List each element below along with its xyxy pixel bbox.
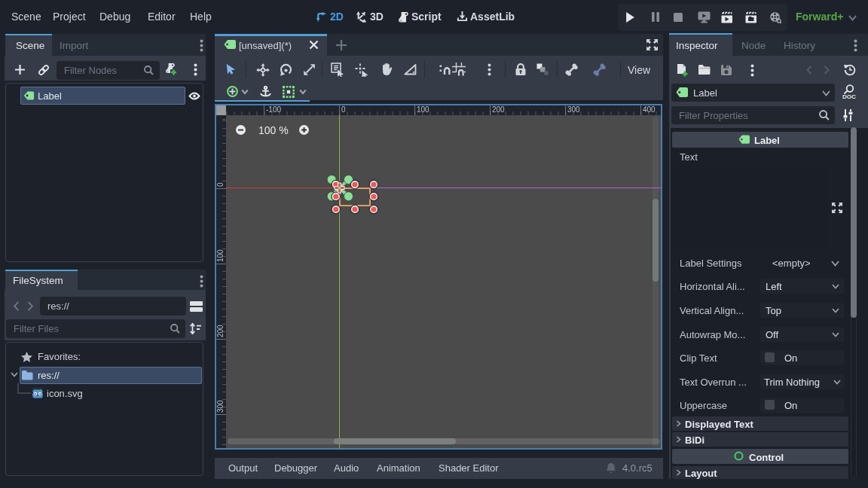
svg-text:DOC: DOC [842, 93, 856, 100]
